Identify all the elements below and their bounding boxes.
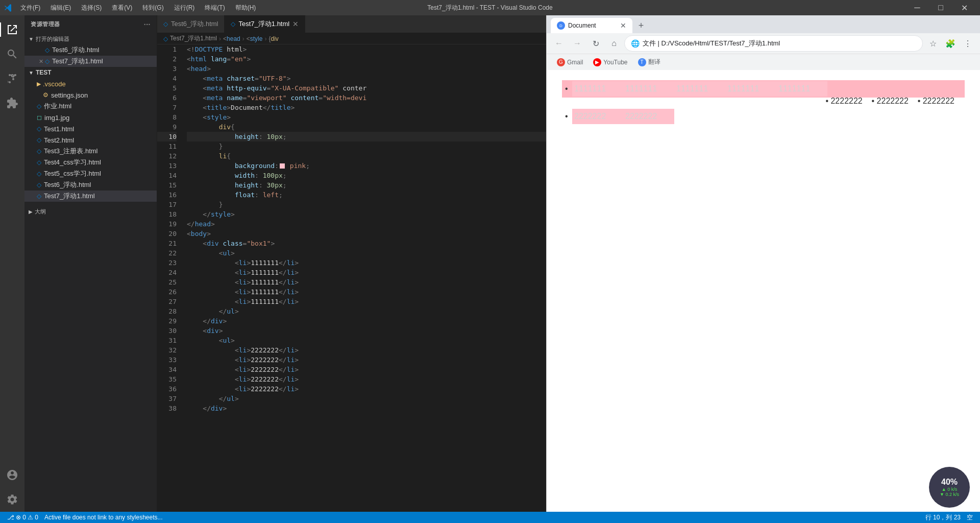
code-line-3: <head> — [187, 64, 546, 74]
breadcrumb-file[interactable]: Test7_浮动1.html — [170, 34, 217, 43]
bookmark-youtube[interactable]: ▶ YouTube — [589, 57, 631, 67]
html-file-icon-2: ◇ — [45, 58, 50, 65]
activity-extensions-icon[interactable] — [0, 91, 24, 115]
close-file-icon[interactable]: ✕ — [39, 58, 43, 65]
test6-label: Test6_浮动.html — [44, 180, 91, 189]
menu-goto[interactable]: 转到(G) — [138, 3, 167, 13]
sidebar-title: 资源管理器 — [31, 20, 60, 28]
test7-label: Test7_浮动1.html — [44, 192, 95, 201]
tab-test7[interactable]: ◇ Test7_浮动1.html ✕ — [225, 15, 305, 33]
menu-select[interactable]: 选择(S) — [77, 3, 106, 13]
code-editor[interactable]: <!DOCTYPE html> <html lang="en"> <head> … — [183, 44, 546, 512]
code-line-21: <div class="box1"> — [187, 239, 546, 248]
test6-icon: ◇ — [37, 181, 41, 188]
bookmark-translate[interactable]: T 翻译 — [634, 57, 665, 67]
zuoye-icon: ◇ — [37, 103, 41, 110]
browser-new-tab-button[interactable]: + — [633, 18, 649, 33]
activity-settings-icon[interactable] — [0, 487, 24, 512]
bookmark-gmail[interactable]: G Gmail — [553, 57, 587, 67]
activity-search-icon[interactable] — [0, 42, 24, 66]
menu-edit[interactable]: 编辑(E) — [46, 3, 75, 13]
maximize-button[interactable]: □ — [929, 0, 952, 15]
status-encoding[interactable]: 空 — [964, 513, 976, 522]
test1-label: Test1.html — [44, 125, 74, 133]
browser-reload-button[interactable]: ↻ — [587, 35, 604, 52]
sidebar-item-test4[interactable]: ◇ Test4_css学习.html — [24, 157, 157, 168]
network-percent: 40% — [941, 478, 958, 487]
code-line-13: background: pink; — [187, 161, 546, 171]
activity-account-icon[interactable] — [0, 463, 24, 487]
activity-source-control-icon[interactable] — [0, 66, 24, 91]
status-line-col[interactable]: 行 10，列 23 — [922, 513, 964, 522]
list1: •1111111 1111111 1111111 1111111 1111111 — [562, 81, 965, 97]
open-editors-section[interactable]: ▼ 打开的编辑器 — [24, 33, 157, 44]
sidebar-item-test6[interactable]: ◇ Test6_浮动.html — [24, 44, 157, 56]
bookmark-gmail-label: Gmail — [567, 59, 583, 66]
menu-terminal[interactable]: 终端(T) — [201, 3, 229, 13]
chevron-down-icon: ▼ — [29, 36, 34, 42]
bookmark-translate-label: 翻译 — [648, 58, 660, 66]
browser-tab-document[interactable]: D Document ✕ — [551, 18, 632, 33]
breadcrumb-icon: ◇ — [163, 35, 168, 42]
breadcrumb-style[interactable]: <style — [247, 35, 263, 42]
outline-label: 大纲 — [35, 208, 46, 216]
outline-section[interactable]: ▶ 大纲 — [24, 206, 157, 217]
menu-bar[interactable]: 文件(F) 编辑(E) 选择(S) 查看(V) 转到(G) 运行(R) 终端(T… — [16, 3, 260, 13]
main-layout: 资源管理器 ··· ▼ 打开的编辑器 ◇ Test6_浮动.html ✕ ◇ T… — [0, 15, 980, 512]
code-line-22: <ul> — [187, 248, 546, 258]
sidebar-item-test7-open[interactable]: ✕ ◇ Test7_浮动1.html — [24, 56, 157, 67]
tab-test6[interactable]: ◇ Test6_浮动.html — [157, 15, 225, 33]
sidebar-item-settings[interactable]: ⚙ settings.json — [24, 89, 157, 101]
minimize-button[interactable]: ─ — [905, 0, 929, 15]
sidebar-item-zuoye[interactable]: ◇ 作业.html — [24, 101, 157, 112]
menu-view[interactable]: 查看(V) — [108, 3, 136, 13]
browser-extensions-icon[interactable]: 🧩 — [942, 35, 959, 52]
browser-content-area: •1111111 1111111 1111111 1111111 1111111… — [547, 70, 980, 512]
browser-tab-close-icon[interactable]: ✕ — [620, 21, 626, 30]
tab-close-icon[interactable]: ✕ — [292, 20, 299, 28]
breadcrumb-div[interactable]: {div — [268, 35, 278, 42]
sidebar-item-vscode[interactable]: ▶ .vscode — [24, 78, 157, 89]
breadcrumb-head[interactable]: <head — [223, 35, 240, 42]
translate-favicon: T — [638, 58, 646, 66]
menu-run[interactable]: 运行(R) — [170, 3, 199, 13]
outline-chevron-icon: ▶ — [29, 209, 33, 215]
browser-panel: D Document ✕ + ← → ↻ ⌂ 🌐 文件 | D:/VScode/… — [546, 15, 980, 512]
sidebar-item-img1[interactable]: ◻ img1.jpg — [24, 112, 157, 123]
browser-forward-button[interactable]: → — [569, 35, 585, 52]
address-globe-icon: 🌐 — [631, 39, 640, 47]
browser-tab-title: Document — [568, 22, 596, 29]
status-git[interactable]: ⎇ ⊗ 0 ⚠ 0 — [4, 514, 41, 521]
sidebar-more-icon[interactable]: ··· — [144, 20, 151, 29]
list-item: 1111111 — [776, 81, 827, 97]
settings-file-icon: ⚙ — [43, 91, 48, 99]
sidebar-item-test5[interactable]: ◇ Test5_css学习.html — [24, 168, 157, 179]
code-line-30: <div> — [187, 326, 546, 336]
close-button[interactable]: ✕ — [952, 0, 976, 15]
browser-home-button[interactable]: ⌂ — [606, 35, 622, 52]
browser-back-button[interactable]: ← — [551, 35, 567, 52]
browser-address-bar[interactable]: 🌐 文件 | D:/VScode/Html/TEST/Test7_浮动1.htm… — [624, 35, 923, 52]
sidebar-item-test1[interactable]: ◇ Test1.html — [24, 123, 157, 134]
browser-bookmark-icon[interactable]: ☆ — [925, 35, 941, 52]
code-line-5: <meta http-equiv="X-UA-Compatible" conte… — [187, 83, 546, 93]
window-controls[interactable]: ─ □ ✕ — [905, 0, 976, 15]
browser-menu-icon[interactable]: ⋮ — [960, 35, 976, 52]
editor-content[interactable]: 12345 6789 10 1112131415 1617181920 2122… — [157, 44, 546, 512]
sidebar-item-test2[interactable]: ◇ Test2.html — [24, 134, 157, 146]
test-root-section[interactable]: ▼ TEST — [24, 67, 157, 78]
list-item: •1111111 — [572, 81, 623, 97]
code-line-18: </style> — [187, 209, 546, 219]
sidebar-item-test6-root[interactable]: ◇ Test6_浮动.html — [24, 179, 157, 191]
status-errors: ⊗ 0 — [16, 514, 26, 521]
sidebar-item-test7-root[interactable]: ◇ Test7_浮动1.html — [24, 191, 157, 202]
tab-test7-label: Test7_浮动1.html — [238, 19, 289, 29]
status-message[interactable]: Active file does not link to any stylesh… — [41, 514, 165, 521]
menu-file[interactable]: 文件(F) — [16, 3, 44, 13]
activity-explorer-icon[interactable] — [0, 17, 24, 42]
test5-label: Test5_css学习.html — [44, 169, 101, 178]
sidebar-item-test3[interactable]: ◇ Test3_注册表.html — [24, 146, 157, 157]
menu-help[interactable]: 帮助(H) — [231, 3, 260, 13]
list2-container: •2222222 2222222 — [562, 109, 965, 124]
code-line-12: li{ — [187, 151, 546, 161]
